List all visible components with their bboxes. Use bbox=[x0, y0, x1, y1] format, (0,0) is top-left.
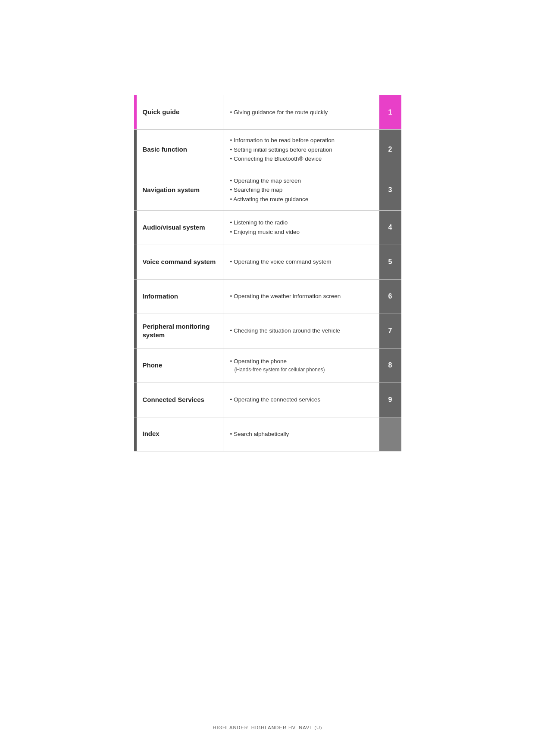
section-title-basic-function: Basic function bbox=[137, 130, 223, 170]
toc-row-basic-function: Basic function• Information to be read b… bbox=[134, 129, 401, 170]
section-desc-basic-function: • Information to be read before operatio… bbox=[223, 130, 379, 170]
toc-row-information: Information• Operating the weather infor… bbox=[134, 279, 401, 314]
section-title-connected-services: Connected Services bbox=[137, 383, 223, 417]
section-number-quick-guide: 1 bbox=[379, 95, 401, 129]
section-number-connected-services: 9 bbox=[379, 383, 401, 417]
section-desc-voice-command-system: • Operating the voice command system bbox=[223, 245, 379, 279]
section-number-audio-visual-system: 4 bbox=[379, 211, 401, 245]
section-desc-phone: • Operating the phone(Hands-free system … bbox=[223, 348, 379, 383]
page-container: Quick guide• Giving guidance for the rou… bbox=[0, 0, 535, 756]
section-desc-navigation-system: • Operating the map screen• Searching th… bbox=[223, 170, 379, 210]
toc-row-connected-services: Connected Services• Operating the connec… bbox=[134, 383, 401, 417]
section-number-voice-command-system: 5 bbox=[379, 245, 401, 279]
section-number-index bbox=[379, 417, 401, 451]
section-desc-audio-visual-system: • Listening to the radio• Enjoying music… bbox=[223, 211, 379, 245]
section-number-navigation-system: 3 bbox=[379, 170, 401, 210]
toc-table: Quick guide• Giving guidance for the rou… bbox=[134, 95, 401, 451]
section-number-basic-function: 2 bbox=[379, 130, 401, 170]
footer-text: HIGHLANDER_HIGHLANDER HV_NAVI_(U) bbox=[213, 725, 322, 730]
toc-row-index: Index• Search alphabetically bbox=[134, 417, 401, 451]
section-title-information: Information bbox=[137, 280, 223, 314]
section-title-phone: Phone bbox=[137, 348, 223, 383]
section-desc-information: • Operating the weather information scre… bbox=[223, 280, 379, 314]
toc-row-peripheral-monitoring: Peripheral monitoring system• Checking t… bbox=[134, 314, 401, 348]
section-title-audio-visual-system: Audio/visual system bbox=[137, 211, 223, 245]
section-desc-index: • Search alphabetically bbox=[223, 417, 379, 451]
section-title-navigation-system: Navigation system bbox=[137, 170, 223, 210]
toc-row-quick-guide: Quick guide• Giving guidance for the rou… bbox=[134, 95, 401, 129]
toc-row-navigation-system: Navigation system• Operating the map scr… bbox=[134, 170, 401, 210]
toc-row-phone: Phone• Operating the phone(Hands-free sy… bbox=[134, 348, 401, 383]
section-title-voice-command-system: Voice command system bbox=[137, 245, 223, 279]
section-desc-peripheral-monitoring: • Checking the situation around the vehi… bbox=[223, 314, 379, 348]
toc-row-audio-visual-system: Audio/visual system• Listening to the ra… bbox=[134, 210, 401, 245]
section-desc-connected-services: • Operating the connected services bbox=[223, 383, 379, 417]
section-number-information: 6 bbox=[379, 280, 401, 314]
section-title-index: Index bbox=[137, 417, 223, 451]
section-title-peripheral-monitoring: Peripheral monitoring system bbox=[137, 314, 223, 348]
section-number-phone: 8 bbox=[379, 348, 401, 383]
section-number-peripheral-monitoring: 7 bbox=[379, 314, 401, 348]
section-desc-quick-guide: • Giving guidance for the route quickly bbox=[223, 95, 379, 129]
toc-row-voice-command-system: Voice command system• Operating the voic… bbox=[134, 245, 401, 279]
section-title-quick-guide: Quick guide bbox=[137, 95, 223, 129]
